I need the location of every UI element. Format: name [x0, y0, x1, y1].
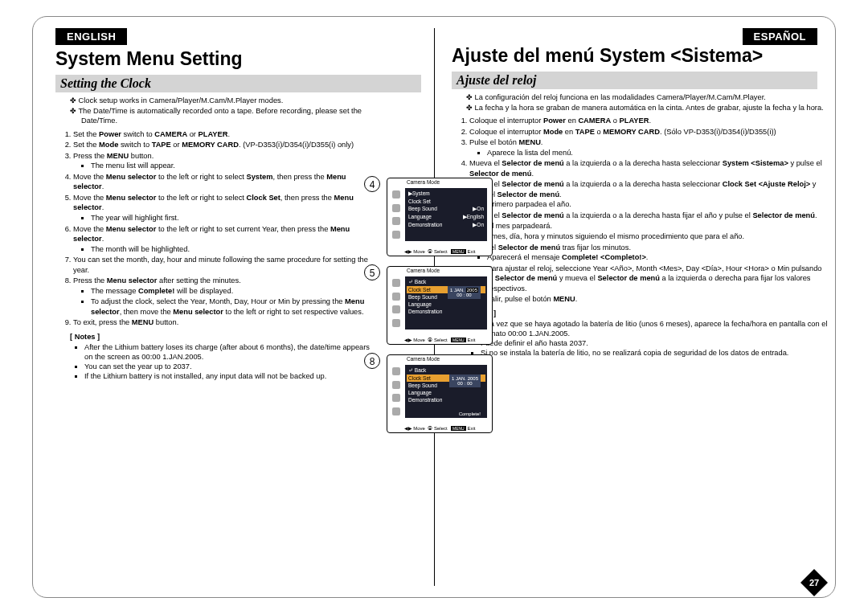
- col-english: ENGLISH System Menu Setting Setting the …: [55, 28, 421, 381]
- steps-en: Set the Power switch to CAMERA or PLAYER…: [73, 129, 377, 328]
- screen-bottom-bar: ◀▶ Move ⦿ Select MENU Exit: [387, 248, 492, 254]
- notes-heading-en: [ Notes ]: [70, 333, 377, 341]
- manual-page: ENGLISH System Menu Setting Setting the …: [32, 16, 836, 598]
- complete-label: Complete!: [459, 411, 481, 416]
- screen-8: Camera Mode ⤶ Back Clock Set Beep Sound …: [387, 354, 493, 433]
- callout-5-icon: 5: [364, 264, 380, 280]
- screen-mode-title: Camera Mode: [387, 178, 492, 185]
- lang-badge-es: ESPAÑOL: [743, 28, 817, 45]
- lang-badge-en: ENGLISH: [55, 28, 127, 45]
- callout-4-icon: 4: [364, 176, 380, 192]
- screen-figures: 4 Camera Mode ▶System Clock Set Beep Sou…: [387, 178, 507, 443]
- intro-es: La configuración del reloj funciona en l…: [466, 92, 829, 113]
- heading-es: Ajuste del menú System <Sistema>: [452, 45, 817, 67]
- notes-en: After the Lithium battery loses its char…: [84, 342, 377, 381]
- screen-5: Camera Mode ⤶ Back Clock Set Beep Sound …: [387, 266, 493, 345]
- intro-en: Clock setup works in Camera/Player/M.Cam…: [70, 96, 377, 126]
- subheading-en: Setting the Clock: [55, 75, 421, 92]
- callout-8-icon: 8: [364, 353, 380, 369]
- page-number-badge: 27: [800, 569, 828, 596]
- subheading-es: Ajuste del reloj: [452, 72, 817, 89]
- notes-es: Una vez que se haya agotado la batería d…: [481, 319, 829, 358]
- screen-4: Camera Mode ▶System Clock Set Beep Sound…: [387, 178, 493, 256]
- steps-es: Coloque el interruptor Power en CAMERA o…: [469, 116, 829, 305]
- notes-heading-es: [ Notas ]: [466, 309, 829, 317]
- heading-en: System Menu Setting: [55, 48, 421, 70]
